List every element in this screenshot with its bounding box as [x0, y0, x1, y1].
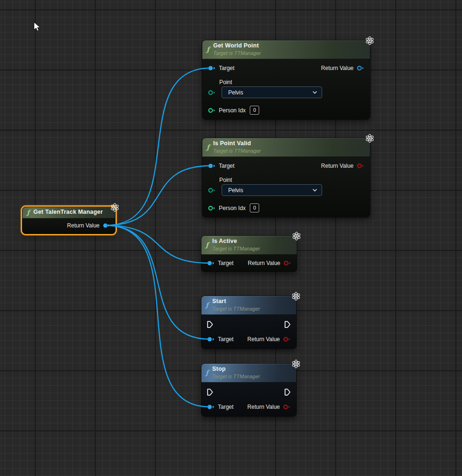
pin-label: Target [219, 65, 234, 71]
node-subtitle: Target is TTManager [213, 50, 261, 56]
node-title: Get TalenTrack Manager [33, 209, 103, 216]
boolean-pin-icon[interactable] [284, 260, 291, 266]
object-pin-icon[interactable] [207, 260, 215, 266]
pin-label: Return Value [321, 65, 354, 71]
pin-label: Person Idx [219, 205, 246, 211]
pin-label: Return Value [248, 260, 280, 266]
person-idx-input[interactable]: 0 [250, 203, 259, 212]
pin-return-value[interactable]: Return Value [321, 65, 364, 71]
boolean-pin-icon[interactable] [283, 336, 291, 342]
node-header: ƒ Is Active Target is TTManager [201, 236, 297, 255]
function-icon: ƒ [207, 144, 209, 150]
pin-person-idx[interactable]: Person Idx 0 [208, 106, 259, 115]
integer-pin-icon[interactable] [208, 205, 216, 211]
pin-person-idx[interactable]: Person Idx 0 [208, 203, 259, 212]
pin-target[interactable]: Target [207, 260, 233, 266]
function-icon: ƒ [206, 242, 208, 248]
pin-target[interactable]: Target [208, 163, 234, 169]
pin-label: Target [218, 404, 233, 410]
node-header: ƒ Get World Point Target is TTManager [202, 40, 370, 59]
atom-icon [292, 232, 301, 241]
chevron-down-icon [312, 188, 317, 192]
object-pin-icon[interactable] [208, 65, 216, 71]
integer-pin-icon[interactable] [208, 108, 216, 113]
wire [106, 226, 210, 263]
node-title: Is Active [212, 238, 260, 245]
exec-out-pin-icon[interactable] [285, 389, 291, 396]
object-pin-icon[interactable] [207, 404, 215, 410]
atom-icon [365, 134, 375, 143]
object-pin-icon[interactable] [357, 65, 364, 71]
node-subtitle: Target is TTManager [212, 374, 260, 380]
function-icon: ƒ [27, 209, 30, 216]
node-get-talentrack-manager[interactable]: ƒ Get TalenTrack Manager Return Value [22, 207, 116, 234]
atom-icon [365, 36, 375, 45]
node-subtitle: Target is TTManager [212, 246, 260, 252]
pin-return-value[interactable]: Return Value [247, 404, 291, 410]
pin-return-value[interactable]: Return Value [321, 163, 364, 169]
blueprint-graph-canvas[interactable]: ƒ Get World Point Target is TTManager Ta… [0, 0, 462, 476]
pin-label: Return Value [247, 404, 280, 410]
node-get-world-point[interactable]: ƒ Get World Point Target is TTManager Ta… [202, 40, 370, 120]
pin-target[interactable]: Target [207, 336, 233, 343]
pin-label: Person Idx [219, 107, 246, 114]
pin-label: Target [219, 163, 234, 169]
person-idx-input[interactable]: 0 [250, 106, 259, 115]
exec-in-pin-icon[interactable] [207, 321, 213, 328]
pin-target[interactable]: Target [208, 65, 234, 71]
node-subtitle: Target is TTManager [212, 306, 260, 312]
chevron-down-icon [312, 91, 317, 94]
node-subtitle: Target is TTManager [213, 148, 261, 154]
pin-target[interactable]: Target [207, 404, 233, 410]
pin-label: Return Value [247, 336, 280, 343]
node-stop[interactable]: ƒ Stop Target is TTManager [201, 363, 297, 417]
pin-return-value[interactable]: Return Value [247, 336, 291, 343]
node-title: Start [212, 298, 260, 305]
atom-icon [110, 203, 120, 212]
exec-in-pin-icon[interactable] [207, 389, 213, 396]
point-dropdown[interactable]: Pelvis [222, 86, 322, 98]
atom-icon [291, 359, 301, 368]
node-title: Stop [212, 366, 260, 373]
enum-pin-icon[interactable] [208, 187, 216, 193]
function-icon: ƒ [207, 46, 209, 53]
pin-return-value[interactable]: Return Value [67, 222, 110, 229]
point-pin-label: Point [219, 172, 370, 184]
pin-label: Return Value [321, 163, 354, 169]
atom-icon [291, 292, 301, 301]
function-icon: ƒ [206, 369, 208, 376]
pin-label: Return Value [67, 222, 100, 229]
pin-return-value[interactable]: Return Value [248, 260, 291, 266]
wire [106, 226, 210, 407]
node-is-point-valid[interactable]: ƒ Is Point Valid Target is TTManager Tar… [202, 138, 370, 218]
object-pin-icon[interactable] [103, 223, 110, 228]
boolean-pin-icon[interactable] [357, 163, 364, 169]
wire [106, 226, 210, 339]
pin-label: Target [218, 336, 233, 343]
boolean-pin-icon[interactable] [283, 404, 291, 410]
enum-pin-icon[interactable] [208, 90, 216, 95]
wire [106, 68, 211, 226]
point-dropdown[interactable]: Pelvis [222, 184, 322, 196]
mouse-cursor-icon [33, 22, 41, 32]
exec-out-pin-icon[interactable] [285, 321, 291, 328]
node-is-active[interactable]: ƒ Is Active Target is TTManager Target R… [201, 235, 297, 272]
node-header: ƒ Get TalenTrack Manager [23, 207, 115, 218]
dropdown-value: Pelvis [228, 187, 243, 194]
wire [106, 166, 211, 226]
node-start[interactable]: ƒ Start Target is TTManager [201, 296, 297, 349]
object-pin-icon[interactable] [208, 163, 216, 169]
pin-label: Target [218, 260, 233, 266]
node-title: Is Point Valid [213, 140, 261, 148]
node-header: ƒ Stop Target is TTManager [201, 364, 296, 382]
node-header: ƒ Start Target is TTManager [201, 296, 296, 315]
point-pin-label: Point [219, 74, 370, 86]
node-header: ƒ Is Point Valid Target is TTManager [202, 138, 370, 157]
node-title: Get World Point [213, 42, 261, 50]
object-pin-icon[interactable] [207, 336, 215, 342]
function-icon: ƒ [206, 302, 208, 308]
dropdown-value: Pelvis [228, 89, 243, 96]
